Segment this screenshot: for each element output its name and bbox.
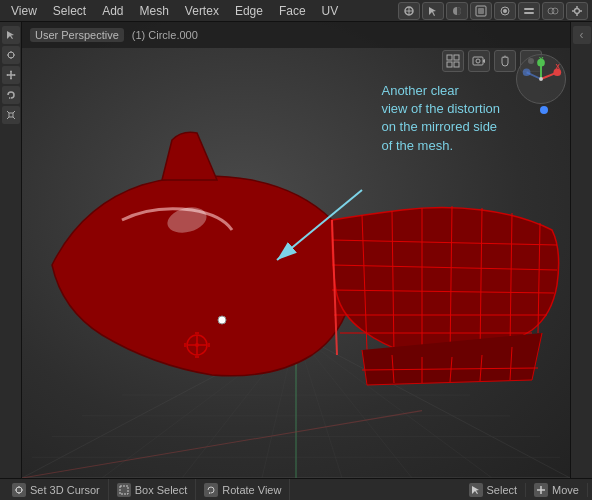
object-label: (1) Circle.000 <box>132 29 198 41</box>
svg-rect-105 <box>120 486 128 494</box>
box-select-label: Box Select <box>135 484 188 496</box>
shading-icon[interactable] <box>446 2 468 20</box>
right-toolbar: ‹ <box>570 22 592 478</box>
svg-line-32 <box>7 111 9 113</box>
svg-marker-106 <box>209 492 211 494</box>
svg-rect-56 <box>473 57 483 65</box>
svg-point-12 <box>552 8 558 14</box>
cursor-status-icon <box>12 483 26 497</box>
viewport-mode-icon[interactable] <box>398 2 420 20</box>
top-right-icons <box>398 2 588 20</box>
select-label: Select <box>487 484 518 496</box>
mesh-render-svg <box>22 52 570 478</box>
move-tool[interactable] <box>2 66 20 84</box>
menu-vertex[interactable]: Vertex <box>178 2 226 20</box>
top-menubar: View Select Add Mesh Vertex Edge Face UV <box>0 0 592 22</box>
overlay-icon[interactable] <box>518 2 540 20</box>
svg-marker-107 <box>472 486 479 494</box>
select-tool[interactable] <box>2 26 20 44</box>
svg-line-34 <box>7 117 9 119</box>
hand-icon[interactable] <box>494 50 516 72</box>
set-3d-cursor-label: Set 3D Cursor <box>30 484 100 496</box>
box-select-icon <box>117 483 131 497</box>
view-indicator-dot <box>540 106 548 114</box>
menu-view[interactable]: View <box>4 2 44 20</box>
svg-line-33 <box>13 111 15 113</box>
box-select-status[interactable]: Box Select <box>109 479 197 500</box>
svg-rect-53 <box>454 55 459 60</box>
move-status-icon <box>534 483 548 497</box>
render-icon[interactable] <box>494 2 516 20</box>
shading2-icon[interactable] <box>470 2 492 20</box>
rotate-tool[interactable] <box>2 86 20 104</box>
collapse-icon[interactable]: ‹ <box>573 26 591 44</box>
svg-rect-54 <box>447 62 452 67</box>
menu-edge[interactable]: Edge <box>228 2 270 20</box>
svg-point-89 <box>218 316 226 324</box>
svg-rect-6 <box>478 8 484 14</box>
menu-face[interactable]: Face <box>272 2 313 20</box>
menu-mesh[interactable]: Mesh <box>133 2 176 20</box>
svg-rect-52 <box>447 55 452 60</box>
axis-navigation-gizmo[interactable]: X Y <box>516 54 566 104</box>
svg-marker-18 <box>7 31 14 39</box>
svg-point-13 <box>575 8 580 13</box>
viewport-header: User Perspective (1) Circle.000 <box>22 22 570 48</box>
svg-point-67 <box>523 68 531 76</box>
left-toolbar <box>0 22 22 478</box>
settings-icon[interactable] <box>566 2 588 20</box>
scale-tool[interactable] <box>2 106 20 124</box>
svg-rect-55 <box>454 62 459 67</box>
svg-marker-30 <box>9 97 11 99</box>
perspective-label[interactable]: User Perspective <box>30 28 124 42</box>
svg-rect-10 <box>524 12 534 14</box>
svg-text:X: X <box>555 63 560 70</box>
rotate-view-status[interactable]: Rotate View <box>196 479 290 500</box>
svg-point-8 <box>503 9 507 13</box>
select-status[interactable]: Select <box>461 483 527 497</box>
status-right-section: Select Move <box>461 483 588 497</box>
set-3d-cursor-status[interactable]: Set 3D Cursor <box>4 479 109 500</box>
svg-rect-9 <box>524 8 534 10</box>
3d-viewport[interactable]: User Perspective (1) Circle.000 <box>22 22 570 478</box>
svg-text:Y: Y <box>539 56 544 63</box>
rotate-view-icon <box>204 483 218 497</box>
svg-point-58 <box>476 59 480 63</box>
cursor-icon-btn[interactable] <box>422 2 444 20</box>
move-label: Move <box>552 484 579 496</box>
select-status-icon <box>469 483 483 497</box>
rotate-view-label: Rotate View <box>222 484 281 496</box>
menu-uv[interactable]: UV <box>315 2 346 20</box>
svg-line-35 <box>13 117 15 119</box>
camera-icon[interactable] <box>468 50 490 72</box>
move-status[interactable]: Move <box>526 483 588 497</box>
status-bar: Set 3D Cursor Box Select Rotate View Sel… <box>0 478 592 500</box>
viewport-container: User Perspective (1) Circle.000 <box>0 22 592 478</box>
cursor-tool[interactable] <box>2 46 20 64</box>
menu-select[interactable]: Select <box>46 2 93 20</box>
grid-view-icon[interactable] <box>442 50 464 72</box>
svg-point-68 <box>539 77 543 81</box>
svg-rect-31 <box>9 113 13 117</box>
xray-icon[interactable] <box>542 2 564 20</box>
svg-marker-3 <box>429 7 436 16</box>
menu-add[interactable]: Add <box>95 2 130 20</box>
